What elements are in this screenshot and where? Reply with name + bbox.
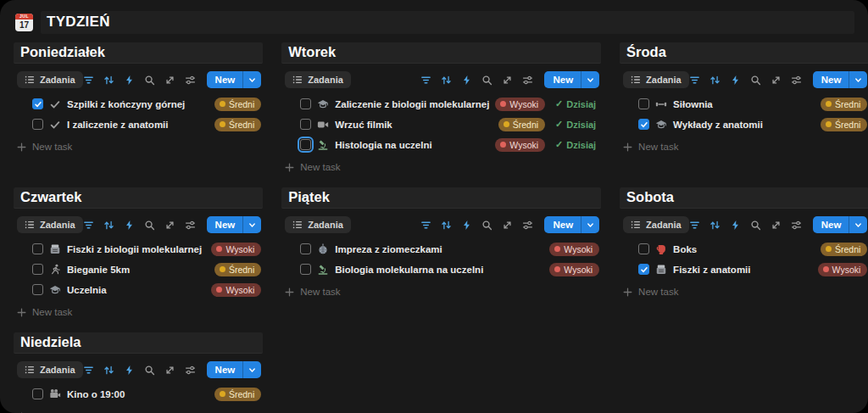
new-button-label[interactable]: New (813, 71, 849, 88)
settings-sliders-icon[interactable] (185, 220, 196, 231)
new-button[interactable]: New (544, 216, 599, 233)
view-tab-zadania[interactable]: Zadania (17, 361, 83, 378)
sort-icon[interactable] (709, 220, 721, 231)
search-icon[interactable] (750, 75, 761, 86)
new-task-button[interactable]: New task (623, 285, 868, 299)
task-title[interactable]: Fiszki z biologii molekularnej (67, 244, 202, 254)
new-button[interactable]: New (813, 71, 868, 88)
expand-icon[interactable] (502, 220, 513, 231)
new-task-button[interactable]: New task (17, 410, 263, 413)
chevron-down-icon[interactable] (849, 216, 867, 233)
priority-badge[interactable]: Wysoki (495, 138, 545, 152)
settings-sliders-icon[interactable] (791, 220, 802, 231)
priority-badge[interactable]: Średni (214, 388, 261, 401)
settings-sliders-icon[interactable] (185, 75, 196, 86)
new-button-label[interactable]: New (544, 216, 581, 233)
zap-icon[interactable] (124, 365, 135, 376)
zap-icon[interactable] (124, 220, 135, 231)
zap-icon[interactable] (730, 75, 741, 86)
search-icon[interactable] (144, 220, 155, 231)
task-title[interactable]: Wrzuć filmik (335, 120, 392, 130)
task-title[interactable]: Siłownia (673, 99, 713, 109)
sort-icon[interactable] (103, 220, 114, 231)
new-button-label[interactable]: New (207, 71, 243, 88)
new-task-button[interactable]: New task (623, 140, 868, 153)
chevron-down-icon[interactable] (581, 71, 599, 88)
task-checkbox-focused[interactable] (300, 139, 311, 150)
due-date[interactable]: ✓Dzisiaj (555, 119, 599, 130)
settings-sliders-icon[interactable] (185, 365, 196, 376)
task-title[interactable]: Impreza z ziomeczkami (335, 244, 442, 254)
priority-badge[interactable]: Wysoki (211, 243, 261, 256)
priority-badge[interactable]: Wysoki (549, 263, 599, 276)
task-checkbox[interactable] (32, 119, 43, 130)
task-checkbox[interactable] (638, 98, 649, 109)
search-icon[interactable] (481, 75, 492, 86)
task-title[interactable]: Histologia na uczelni (335, 140, 431, 150)
zap-icon[interactable] (124, 75, 135, 86)
new-button[interactable]: New (207, 216, 262, 233)
expand-icon[interactable] (502, 75, 513, 86)
due-date[interactable]: ✓Dzisiaj (555, 98, 599, 109)
sort-icon[interactable] (103, 75, 114, 86)
task-title[interactable]: Bieganie 5km (67, 265, 130, 275)
priority-badge[interactable]: Średni (498, 118, 545, 131)
task-title[interactable]: Szpilki z kończyny górnej (67, 99, 185, 109)
filter-icon[interactable] (83, 75, 94, 86)
new-task-button[interactable]: New task (17, 305, 263, 319)
priority-badge[interactable]: Średni (821, 118, 867, 131)
chevron-down-icon[interactable] (849, 71, 867, 88)
view-tab-zadania[interactable]: Zadania (623, 71, 689, 88)
task-title[interactable]: Boks (673, 244, 697, 254)
task-checkbox[interactable] (32, 284, 43, 295)
task-title[interactable]: Zaliczenie z biologii molekularnej (335, 99, 489, 109)
filter-icon[interactable] (420, 75, 431, 86)
view-tab-zadania[interactable]: Zadania (285, 71, 351, 88)
priority-badge[interactable]: Wysoki (495, 98, 545, 111)
sort-icon[interactable] (441, 75, 452, 86)
task-title[interactable]: Wykłady z anatomii (673, 120, 763, 130)
chevron-down-icon[interactable] (242, 216, 261, 233)
filter-icon[interactable] (689, 220, 700, 231)
filter-icon[interactable] (83, 220, 94, 231)
priority-badge[interactable]: Średni (214, 263, 261, 276)
chevron-down-icon[interactable] (581, 216, 599, 233)
sort-icon[interactable] (441, 220, 452, 231)
zap-icon[interactable] (730, 220, 741, 231)
priority-badge[interactable]: Średni (214, 118, 261, 131)
sort-icon[interactable] (709, 75, 721, 86)
new-task-button[interactable]: New task (285, 160, 601, 174)
expand-icon[interactable] (771, 220, 782, 231)
task-title[interactable]: Kino o 19:00 (67, 389, 125, 399)
filter-icon[interactable] (83, 365, 94, 376)
filter-icon[interactable] (689, 75, 700, 86)
settings-sliders-icon[interactable] (522, 75, 533, 86)
new-button-label[interactable]: New (544, 71, 581, 88)
task-checkbox[interactable] (300, 264, 311, 275)
task-checkbox[interactable] (638, 119, 649, 130)
task-checkbox[interactable] (638, 243, 649, 254)
search-icon[interactable] (144, 75, 155, 86)
due-date[interactable]: ✓Dzisiaj (555, 139, 599, 150)
task-title[interactable]: I zaliczenie z anatomii (67, 120, 169, 130)
chevron-down-icon[interactable] (242, 361, 261, 378)
priority-badge[interactable]: Średni (821, 243, 867, 256)
expand-icon[interactable] (771, 75, 782, 86)
task-checkbox[interactable] (300, 98, 311, 109)
new-button[interactable]: New (544, 71, 599, 88)
task-checkbox[interactable] (32, 264, 43, 275)
search-icon[interactable] (750, 220, 761, 231)
task-title[interactable]: Biologia molekularna na uczelni (335, 265, 483, 275)
search-icon[interactable] (481, 220, 492, 231)
new-button-label[interactable]: New (207, 361, 243, 378)
new-task-button[interactable]: New task (285, 285, 601, 299)
new-button[interactable]: New (207, 361, 262, 378)
task-checkbox[interactable] (32, 388, 43, 399)
task-checkbox[interactable] (300, 243, 311, 254)
priority-badge[interactable]: Wysoki (211, 283, 261, 297)
chevron-down-icon[interactable] (242, 71, 261, 88)
new-task-button[interactable]: New task (17, 140, 263, 153)
filter-icon[interactable] (420, 220, 431, 231)
view-tab-zadania[interactable]: Zadania (623, 216, 689, 233)
priority-badge[interactable]: Wysoki (818, 263, 868, 276)
